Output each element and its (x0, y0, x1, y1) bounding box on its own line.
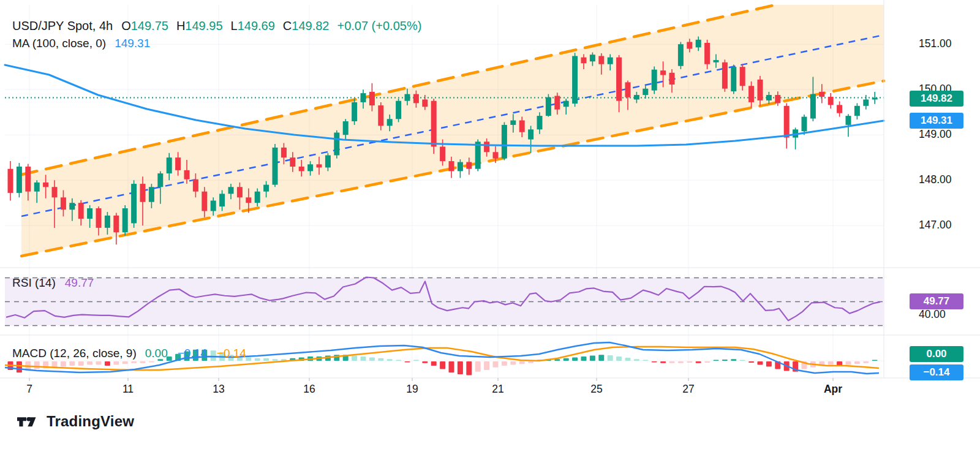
rsi-axis-label: 40.00 (884, 308, 980, 321)
close-label: C (283, 19, 292, 32)
trend-channel (21, 5, 884, 256)
rsi-pane (5, 277, 884, 326)
tradingview-logo-text: TradingView (47, 413, 134, 430)
macd-title: MACD (12, 26, close, 9) (12, 347, 137, 360)
channel-fill (21, 5, 884, 256)
macd-legend[interactable]: MACD (12, 26, close, 9)0.00−0.14−0.14 (12, 347, 246, 360)
ma-price-badge: 149.31 (910, 113, 963, 129)
last-price-badge: 149.82 (910, 91, 963, 107)
rsi-title: RSI (14) (12, 276, 56, 289)
time-axis-label: 13 (213, 383, 224, 396)
time-axis-label: 21 (492, 383, 503, 396)
macd-line-badge: −0.14 (910, 364, 963, 380)
tradingview-logo-icon (17, 413, 40, 430)
time-axis-label: 16 (303, 383, 315, 396)
price-axis-label: 147.00 (884, 219, 980, 232)
ma-title: MA (100, close, 0) (12, 37, 106, 50)
price-axis-label: 148.00 (884, 173, 980, 186)
tradingview-logo[interactable]: TradingView (17, 413, 134, 430)
symbol-legend[interactable]: USD/JPY Spot, 4hO149.75H149.95L149.69C14… (12, 19, 421, 33)
time-axis-label: 7 (26, 383, 32, 396)
time-axis-label: 25 (590, 383, 602, 396)
time-axis-label: 11 (123, 383, 134, 396)
trading-chart-app: USD/JPY Spot, 4hO149.75H149.95L149.69C14… (0, 0, 980, 449)
macd-hist-badge: 0.00 (910, 346, 963, 362)
price-axis-label: 151.00 (884, 37, 980, 50)
rsi-legend[interactable]: RSI (14)49.77 (12, 276, 94, 290)
macd-signal-value: −0.14 (217, 347, 246, 360)
change-value: +0.07 (+0.05%) (337, 19, 421, 32)
high-value: 149.95 (185, 19, 222, 32)
rsi-value-badge: 49.77 (910, 293, 963, 309)
chart-canvas[interactable] (0, 0, 980, 449)
close-value: 149.82 (292, 19, 329, 32)
price-axis-label: 149.00 (884, 128, 980, 141)
time-axis-label: Apr (824, 383, 842, 396)
time-axis-label: 19 (406, 383, 418, 396)
symbol-title: USD/JPY Spot, 4h (12, 19, 113, 32)
rsi-value: 49.77 (65, 276, 94, 289)
low-value: 149.69 (238, 19, 275, 32)
low-label: L (231, 19, 238, 32)
time-axis-label: 27 (682, 383, 694, 396)
open-label: O (121, 19, 131, 32)
open-value: 149.75 (131, 19, 168, 32)
high-label: H (176, 19, 185, 32)
macd-hist-value: 0.00 (145, 347, 168, 360)
macd-line-value: −0.14 (178, 347, 207, 360)
ma-legend[interactable]: MA (100, close, 0)149.31 (12, 37, 150, 50)
ma-value: 149.31 (115, 37, 150, 50)
